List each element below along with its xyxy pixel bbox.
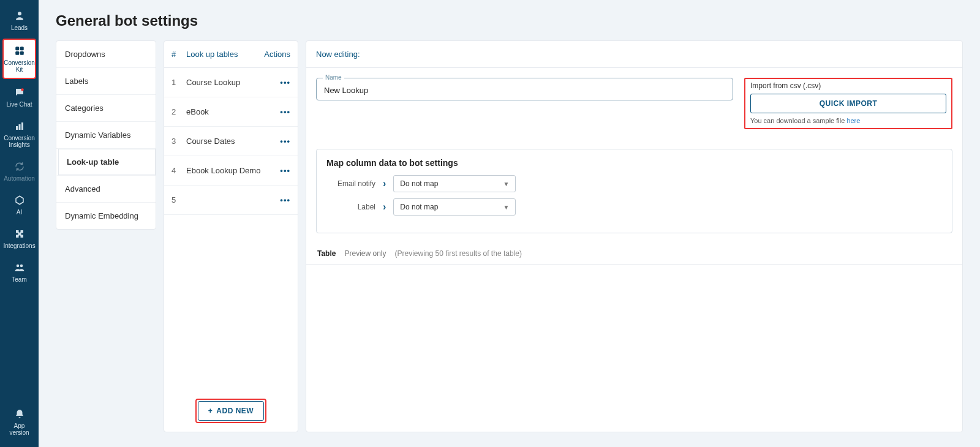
nav-label: AI bbox=[17, 209, 22, 216]
sample-link[interactable]: here bbox=[846, 117, 860, 124]
map-title: Map column data to bot settings bbox=[326, 158, 942, 168]
map-label: Label bbox=[326, 203, 375, 211]
add-new-label: ADD NEW bbox=[216, 407, 254, 415]
table-tab[interactable]: Table bbox=[317, 249, 336, 258]
row-name: Ebook Lookup Demo bbox=[186, 166, 261, 175]
svg-point-11 bbox=[20, 265, 23, 268]
add-new-highlight: + ADD NEW bbox=[195, 399, 266, 423]
svg-rect-6 bbox=[16, 126, 18, 130]
nav-label: Integrations bbox=[3, 242, 35, 249]
settings-item-dropdowns[interactable]: Dropdowns bbox=[56, 41, 156, 68]
chevron-right-icon: › bbox=[383, 201, 386, 212]
nav-conversion-kit[interactable]: Conversion Kit bbox=[2, 39, 36, 79]
nav-sidebar: Leads Conversion Kit Live Chat Conversio… bbox=[0, 0, 39, 447]
main-area: General bot settings Dropdowns Labels Ca… bbox=[39, 0, 980, 447]
refresh-icon bbox=[14, 160, 25, 173]
row-num: 5 bbox=[172, 195, 186, 205]
name-label: Name bbox=[323, 74, 344, 81]
puzzle-icon bbox=[14, 228, 25, 240]
svg-point-5 bbox=[21, 88, 24, 91]
lookup-list: # Look up tables Actions 1 Course Lookup… bbox=[164, 40, 298, 432]
settings-item-advanced[interactable]: Advanced bbox=[56, 176, 156, 203]
lookup-row[interactable]: 2 eBook ••• bbox=[164, 97, 298, 127]
quick-import-button[interactable]: QUICK IMPORT bbox=[750, 94, 946, 113]
svg-rect-3 bbox=[15, 51, 19, 55]
chevron-right-icon: › bbox=[383, 178, 386, 189]
row-num: 1 bbox=[172, 78, 186, 87]
settings-item-dynamic-variables[interactable]: Dynamic Variables bbox=[56, 122, 156, 149]
settings-item-categories[interactable]: Categories bbox=[56, 95, 156, 122]
row-actions-icon[interactable]: ••• bbox=[261, 107, 290, 116]
lookup-row[interactable]: 5 ••• bbox=[164, 186, 298, 215]
hexagon-icon bbox=[14, 194, 25, 206]
map-row: Email notify › Do not map ▼ bbox=[326, 175, 942, 192]
settings-item-labels[interactable]: Labels bbox=[56, 68, 156, 95]
bell-icon bbox=[14, 408, 25, 420]
nav-leads[interactable]: Leads bbox=[2, 5, 36, 36]
settings-item-lookup-table[interactable]: Look-up table bbox=[56, 149, 156, 176]
lookup-row[interactable]: 3 Course Dates ••• bbox=[164, 127, 298, 156]
row-name: Course Lookup bbox=[186, 78, 261, 87]
svg-rect-2 bbox=[20, 47, 23, 50]
settings-menu: Dropdowns Labels Categories Dynamic Vari… bbox=[56, 40, 156, 230]
editor-panel: Now editing: Name New Lookup Import from… bbox=[306, 40, 963, 432]
sample-text: You can download a sample file here bbox=[750, 117, 946, 124]
row-name: eBook bbox=[186, 107, 261, 116]
row-num: 4 bbox=[172, 166, 186, 175]
svg-marker-9 bbox=[16, 196, 23, 205]
svg-rect-4 bbox=[20, 51, 23, 55]
nav-team[interactable]: Team bbox=[2, 257, 36, 288]
map-select[interactable]: Do not map ▼ bbox=[393, 175, 516, 192]
nav-label: Conversion Insights bbox=[4, 135, 35, 148]
lookup-row[interactable]: 1 Course Lookup ••• bbox=[164, 68, 298, 97]
nav-conversion-insights[interactable]: Conversion Insights bbox=[2, 115, 36, 153]
row-actions-icon[interactable]: ••• bbox=[261, 166, 290, 175]
nav-label: Team bbox=[12, 276, 26, 283]
nav-app-version[interactable]: App version bbox=[2, 403, 36, 441]
map-section: Map column data to bot settings Email no… bbox=[316, 149, 952, 233]
map-select[interactable]: Do not map ▼ bbox=[393, 198, 516, 216]
bar-chart-icon bbox=[14, 120, 25, 132]
row-num: 2 bbox=[172, 107, 186, 116]
grid-icon bbox=[14, 45, 25, 57]
import-title: Import from csv (.csv) bbox=[750, 81, 946, 90]
row-actions-icon[interactable]: ••• bbox=[261, 78, 290, 87]
preview-note: (Previewing 50 first results of the tabl… bbox=[394, 249, 521, 258]
lookup-header: # Look up tables Actions bbox=[164, 41, 298, 68]
nav-automation[interactable]: Automation bbox=[2, 156, 36, 187]
nav-label: Automation bbox=[4, 175, 35, 182]
row-num: 3 bbox=[172, 137, 186, 146]
row-name: Course Dates bbox=[186, 137, 261, 146]
svg-rect-1 bbox=[15, 47, 19, 50]
svg-rect-7 bbox=[18, 124, 20, 130]
map-select-value: Do not map bbox=[400, 179, 438, 188]
map-row: Label › Do not map ▼ bbox=[326, 198, 942, 216]
import-highlight: Import from csv (.csv) QUICK IMPORT You … bbox=[744, 78, 952, 129]
col-actions: Actions bbox=[261, 50, 290, 59]
name-value: New Lookup bbox=[324, 86, 725, 95]
nav-label: App version bbox=[4, 423, 35, 436]
page-title: General bot settings bbox=[56, 12, 963, 29]
nav-label: Conversion Kit bbox=[4, 59, 35, 73]
nav-integrations[interactable]: Integrations bbox=[2, 223, 36, 254]
svg-point-10 bbox=[16, 265, 19, 268]
map-label: Email notify bbox=[326, 179, 375, 188]
lookup-row[interactable]: 4 Ebook Lookup Demo ••• bbox=[164, 156, 298, 186]
team-icon bbox=[14, 261, 25, 274]
nav-live-chat[interactable]: Live Chat bbox=[2, 81, 36, 113]
svg-point-0 bbox=[18, 12, 21, 15]
nav-label: Live Chat bbox=[6, 101, 32, 108]
name-field[interactable]: Name New Lookup bbox=[316, 78, 733, 100]
row-actions-icon[interactable]: ••• bbox=[261, 195, 290, 205]
map-select-value: Do not map bbox=[400, 203, 438, 211]
plus-icon: + bbox=[208, 407, 213, 415]
caret-down-icon: ▼ bbox=[503, 181, 509, 187]
svg-rect-8 bbox=[21, 122, 23, 130]
col-name: Look up tables bbox=[186, 50, 261, 59]
nav-ai[interactable]: AI bbox=[2, 189, 36, 220]
add-new-button[interactable]: + ADD NEW bbox=[198, 401, 264, 421]
settings-item-dynamic-embedding[interactable]: Dynamic Embedding bbox=[56, 203, 156, 229]
row-actions-icon[interactable]: ••• bbox=[261, 137, 290, 146]
col-num: # bbox=[172, 50, 186, 59]
preview-tab[interactable]: Preview only bbox=[344, 249, 386, 258]
